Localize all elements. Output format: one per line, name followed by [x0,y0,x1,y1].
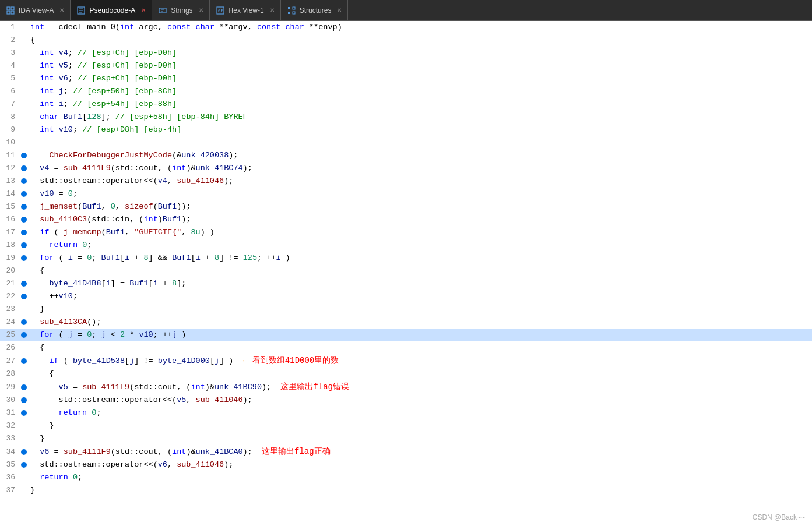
line-num-6: 6 [2,85,20,98]
bp-31 [20,410,28,416]
line-num-17: 17 [2,226,20,239]
svg-rect-16 [293,12,295,14]
bp-24 [20,319,28,325]
tab-structures[interactable]: Structures ✕ [281,0,349,20]
svg-rect-2 [7,11,10,14]
svg-rect-1 [11,7,14,10]
tab-pseudocode-close[interactable]: ✕ [141,7,146,13]
line-num-9: 9 [2,123,20,136]
tab-hex-view-label: Hex View-1 [229,6,264,15]
bp-27 [20,358,28,364]
line-num-23: 23 [2,303,20,316]
line-num-20: 20 [2,264,20,277]
code-line-11: 11 __CheckForDebuggerJustMyCode(&unk_420… [0,149,812,162]
bp-11 [20,153,28,158]
svg-rect-13 [288,7,290,9]
line-num-2: 2 [2,34,20,47]
code-line-32: 32 } [0,419,812,432]
code-line-19: 19 for ( i = 0; Buf1[i + 8] && Buf1[i + … [0,252,812,264]
code-line-26: 26 { [0,341,812,354]
tab-ida-view[interactable]: IDA View-A ✕ [0,0,71,20]
strings-icon [158,6,167,15]
line-content-7: int i; // [esp+54h] [ebp-88h] [30,98,810,111]
hex-view-icon: 0F [216,6,225,15]
svg-text:0F: 0F [218,9,223,13]
code-line-6: 6 int j; // [esp+50h] [ebp-8Ch] [0,85,812,98]
line-content-11: __CheckForDebuggerJustMyCode(&unk_420038… [30,149,810,162]
svg-rect-8 [159,8,166,13]
pseudocode-icon [76,6,86,15]
line-content-18: return 0; [30,239,810,252]
line-num-36: 36 [2,471,20,484]
watermark: CSDN @Back~~ [753,513,805,521]
line-content-23: } [30,303,810,316]
line-num-13: 13 [2,175,20,188]
tab-structures-close[interactable]: ✕ [337,7,342,13]
line-content-5: int v6; // [esp+Ch] [ebp-D0h] [30,72,810,85]
code-line-20: 20 { [0,264,812,277]
line-num-10: 10 [2,136,20,149]
line-num-24: 24 [2,316,20,329]
code-line-36: 36 return 0; [0,471,812,484]
line-content-1: int __cdecl main_0(int argc, const char … [30,21,810,34]
line-content-19: for ( i = 0; Buf1[i + 8] && Buf1[i + 8] … [30,252,810,264]
line-num-26: 26 [2,341,20,354]
bp-21 [20,281,28,287]
line-content-9: int v10; // [esp+D8h] [ebp-4h] [30,123,810,136]
line-content-25: for ( j = 0; j < 2 * v10; ++j ) [30,329,810,341]
line-content-10 [30,136,810,149]
code-line-14: 14 v10 = 0; [0,188,812,200]
line-num-3: 3 [2,47,20,59]
svg-rect-0 [7,7,10,10]
code-area[interactable]: 1 int __cdecl main_0(int argc, const cha… [0,21,812,526]
line-content-14: v10 = 0; [30,188,810,200]
bp-17 [20,230,28,235]
tab-hex-view-close[interactable]: ✕ [270,7,275,13]
code-line-10: 10 [0,136,812,149]
line-content-2: { [30,34,810,47]
line-content-30: std::ostream::operator<<(v5, sub_411046)… [30,394,810,407]
tab-hex-view[interactable]: 0F Hex View-1 ✕ [210,0,281,20]
line-content-32: } [30,419,810,432]
code-line-33: 33 } [0,432,812,445]
line-content-8: char Buf1[128]; // [esp+58h] [ebp-84h] B… [30,111,810,123]
tab-ida-view-close[interactable]: ✕ [59,7,64,13]
line-content-27: if ( byte_41D538[j] != byte_41D000[j] ) … [30,354,810,368]
line-num-7: 7 [2,98,20,111]
bp-12 [20,165,28,171]
line-num-22: 22 [2,290,20,303]
line-num-4: 4 [2,59,20,72]
structures-icon [287,6,296,15]
bp-16 [20,217,28,223]
tab-strings-label: Strings [171,6,192,15]
line-num-27: 27 [2,355,20,368]
svg-rect-14 [288,12,290,14]
bp-18 [20,242,28,248]
code-line-29: 29 v5 = sub_4111F9(std::cout, (int)&unk_… [0,380,812,394]
tab-strings-close[interactable]: ✕ [199,7,203,13]
line-content-22: ++v10; [30,290,810,303]
code-line-24: 24 sub_4113CA(); [0,316,812,329]
line-content-36: return 0; [30,471,810,484]
bp-34 [20,449,28,455]
line-content-3: int v4; // [esp+Ch] [ebp-D0h] [30,47,810,59]
bp-35 [20,462,28,468]
line-num-15: 15 [2,200,20,213]
line-content-20: { [30,264,810,277]
code-line-3: 3 int v4; // [esp+Ch] [ebp-D0h] [0,47,812,59]
tab-structures-label: Structures [300,6,332,15]
line-num-19: 19 [2,252,20,264]
code-line-15: 15 j_memset(Buf1, 0, sizeof(Buf1)); [0,200,812,213]
tab-pseudocode[interactable]: Pseudocode-A ✕ [71,0,152,20]
code-line-16: 16 sub_4110C3(std::cin, (int)Buf1); [0,213,812,226]
code-line-28: 28 { [0,368,812,380]
tab-ida-view-label: IDA View-A [19,6,54,15]
code-line-2: 2 { [0,34,812,47]
tab-strings[interactable]: Strings ✕ [152,0,209,20]
line-content-17: if ( j_memcmp(Buf1, "GUETCTF{", 8u) ) [30,226,810,239]
line-content-13: std::ostream::operator<<(v4, sub_411046)… [30,175,810,188]
line-content-31: return 0; [30,407,810,419]
line-content-34: v6 = sub_4111F9(std::cout, (int)&unk_41B… [30,445,810,458]
code-line-8: 8 char Buf1[128]; // [esp+58h] [ebp-84h]… [0,111,812,123]
code-line-4: 4 int v5; // [esp+Ch] [ebp-D0h] [0,59,812,72]
